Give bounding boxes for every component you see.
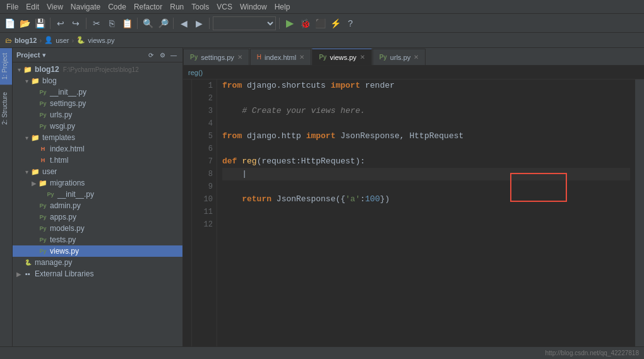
forward-btn[interactable]: ▶ — [192, 16, 206, 30]
menu-edit[interactable]: Edit — [22, 0, 43, 14]
file-icon-init-blog: Py — [38, 87, 48, 97]
tab-index-html-close[interactable]: ✕ — [299, 54, 304, 61]
cut-btn[interactable]: ✂ — [90, 16, 104, 30]
tab-views-close[interactable]: ✕ — [360, 54, 365, 61]
copy-btn[interactable]: ⎘ — [105, 16, 119, 30]
menu-vcs[interactable]: VCS — [213, 0, 236, 14]
tree-admin[interactable]: ▶ Py admin.py — [13, 200, 182, 211]
open-btn[interactable]: 📂 — [18, 16, 32, 30]
tree-user[interactable]: ▾ 📁 user — [13, 166, 182, 177]
tab-settings[interactable]: Py settings.py ✕ — [183, 49, 249, 65]
stop-btn[interactable]: ⬛ — [313, 16, 327, 30]
menu-navigate[interactable]: Navigate — [67, 0, 104, 14]
sidebar-title-area: Project ▾ — [16, 51, 46, 59]
menu-window[interactable]: Window — [236, 0, 271, 14]
sidebar-hide-btn[interactable]: — — [169, 50, 179, 60]
replace-btn[interactable]: 🔎 — [156, 16, 170, 30]
tree-models[interactable]: ▶ Py models.py — [13, 223, 182, 234]
folder-icon-migrations: 📁 — [38, 178, 48, 188]
breadcrumb-file[interactable]: views.py — [88, 37, 114, 44]
tree-urls[interactable]: ▶ Py urls.py — [13, 109, 182, 121]
tree-wsgi[interactable]: ▶ Py wsgi.py — [13, 121, 182, 132]
sidebar-dropdown-arrow[interactable]: ▾ — [42, 51, 46, 59]
tree-ext-libs[interactable]: ▶ ▪▪ External Libraries — [13, 268, 182, 280]
tab-urls-close[interactable]: ✕ — [414, 54, 419, 61]
gutter-1 — [183, 79, 191, 92]
tab-urls[interactable]: Py urls.py ✕ — [373, 49, 426, 65]
label-templates: templates — [42, 133, 75, 142]
tree-templates[interactable]: ▾ 📁 templates — [13, 132, 182, 143]
tree-manage[interactable]: ▶ 🐍 manage.py — [13, 257, 182, 268]
label-admin: admin.py — [50, 201, 81, 210]
tree-apps[interactable]: ▶ Py apps.py — [13, 211, 182, 223]
tab-views[interactable]: Py views.py ✕ — [312, 49, 371, 65]
tab-views-label: views.py — [330, 54, 356, 61]
sep6 — [279, 18, 280, 29]
tree-init-blog[interactable]: ▶ Py __init__.py — [13, 86, 182, 98]
tree-views[interactable]: ▶ Py views.py — [13, 245, 182, 257]
scrollbar-track[interactable] — [635, 79, 644, 359]
run-config-dropdown[interactable] — [213, 16, 276, 30]
folder-icon-user: 📁 — [30, 167, 40, 177]
tab-project[interactable]: 1: Project — [0, 48, 12, 85]
sidebar-sync-btn[interactable]: ⟳ — [146, 50, 156, 60]
label-urls: urls.py — [50, 110, 72, 119]
folder-icon-templates: 📁 — [30, 132, 40, 143]
file-icon-views: Py — [38, 246, 48, 256]
code-text-7b: (request:HttpRequest): — [257, 155, 366, 168]
tab-structure[interactable]: 2: Structure — [0, 87, 12, 130]
code-area[interactable]: 1 2 3 4 5 6 7 8 9 10 11 12 from django.s… — [183, 79, 644, 359]
menu-code[interactable]: Code — [104, 0, 130, 14]
gutter-5 — [183, 130, 191, 143]
left-tab-strip: 1: Project 2: Structure — [0, 48, 13, 359]
menu-view[interactable]: View — [43, 0, 67, 14]
coverage-btn[interactable]: ⚡ — [328, 16, 342, 30]
code-line-7: def reg (request:HttpRequest): — [222, 155, 630, 168]
redo-btn[interactable]: ↪ — [69, 16, 83, 30]
breadcrumb-user[interactable]: user — [56, 37, 69, 44]
back-btn[interactable]: ◀ — [177, 16, 191, 30]
sep2 — [86, 18, 86, 29]
sidebar-title: Project — [16, 51, 40, 59]
sidebar-actions: ⟳ ⚙ — — [146, 50, 179, 60]
tree-migrations[interactable]: ▶ 📁 migrations — [13, 177, 182, 189]
menu-refactor[interactable]: Refactor — [130, 0, 166, 14]
tree-blog12[interactable]: ▾ 📁 blog12 F:\PycharmProjects\blog12 — [13, 64, 182, 75]
menu-help[interactable]: Help — [271, 0, 294, 14]
tree-tests[interactable]: ▶ Py tests.py — [13, 234, 182, 245]
debug-btn[interactable]: 🐞 — [298, 16, 312, 30]
label-manage: manage.py — [35, 258, 72, 267]
project-sidebar: Project ▾ ⟳ ⚙ — ▾ 📁 blog12 F:\PycharmPro… — [13, 48, 183, 359]
tab-settings-close[interactable]: ✕ — [237, 54, 242, 61]
tree-index-html[interactable]: ▶ H index.html — [13, 143, 182, 155]
comment-3: # Create your views here. — [222, 105, 365, 117]
sidebar-gear-btn[interactable]: ⚙ — [157, 50, 167, 60]
new-file-btn[interactable]: 📄 — [3, 16, 16, 30]
breadcrumb-project[interactable]: blog12 — [15, 37, 37, 44]
tab-urls-icon: Py — [379, 54, 387, 61]
tree-settings[interactable]: ▶ Py settings.py — [13, 98, 182, 109]
editor-tabs: Py settings.py ✕ H index.html ✕ Py views… — [183, 48, 644, 66]
paste-btn[interactable]: 📋 — [120, 16, 134, 30]
menu-file[interactable]: File — [3, 0, 22, 14]
help-btn[interactable]: ? — [343, 16, 357, 30]
arrow-manage: ▶ — [15, 259, 23, 266]
menu-tools[interactable]: Tools — [188, 0, 213, 14]
arrow-init-blog: ▶ — [30, 89, 38, 96]
tree-t-html[interactable]: ▶ H t.html — [13, 155, 182, 166]
tab-index-html[interactable]: H index.html ✕ — [250, 49, 311, 65]
menu-run[interactable]: Run — [166, 0, 188, 14]
tree-init-user[interactable]: ▶ Py __init__.py — [13, 189, 182, 200]
sep4 — [173, 18, 174, 29]
sep5 — [209, 18, 210, 29]
code-content[interactable]: from django.shortcuts import render # Cr… — [217, 79, 635, 359]
file-icon-settings: Py — [38, 98, 48, 109]
save-btn[interactable]: 💾 — [33, 16, 47, 30]
tree-blog[interactable]: ▾ 📁 blog — [13, 75, 182, 86]
label-apps: apps.py — [50, 213, 76, 221]
undo-btn[interactable]: ↩ — [54, 16, 68, 30]
find-btn[interactable]: 🔍 — [141, 16, 155, 30]
file-icon-urls: Py — [38, 110, 48, 120]
run-btn[interactable]: ▶ — [283, 16, 297, 30]
code-line-11 — [222, 206, 630, 218]
